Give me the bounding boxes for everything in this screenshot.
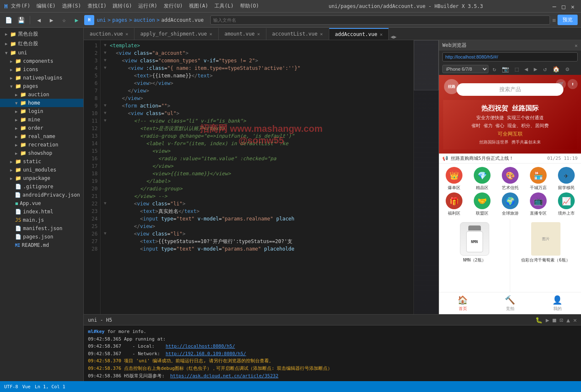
sidebar-item-uni-modules[interactable]: ▶ 📁 uni_modules bbox=[0, 166, 83, 174]
sidebar-item-recreation[interactable]: ▶ 📁 recreation bbox=[0, 141, 83, 149]
forward-button[interactable]: ▶ bbox=[46, 15, 57, 25]
terminal-up-icon[interactable]: ▲ bbox=[566, 317, 570, 323]
sidebar-item-index-html[interactable]: 📄 index.html bbox=[0, 208, 83, 216]
fold-icon[interactable]: ▼ bbox=[104, 230, 110, 236]
category-qiancheng[interactable]: 🏪 千城万店 bbox=[525, 167, 551, 191]
fold-icon[interactable]: ▼ bbox=[104, 42, 110, 48]
save-button[interactable]: 💾 bbox=[16, 15, 26, 25]
maximize-button[interactable]: □ bbox=[562, 3, 568, 9]
sidebar-item-android-privacy[interactable]: 📄 androidPrivacy.json bbox=[0, 191, 83, 199]
screenshot-icon[interactable]: 📷 bbox=[500, 65, 511, 73]
device-selector[interactable]: iPhone 6/7/8 iPhone X Pixel 2 bbox=[442, 65, 488, 73]
sidebar-item-app-vue[interactable]: ◼ App.vue bbox=[0, 199, 83, 208]
reload-icon[interactable]: ↺ bbox=[542, 65, 548, 73]
open-external-icon[interactable]: ⬚ bbox=[513, 65, 520, 73]
minimap[interactable] bbox=[413, 40, 439, 314]
category-travel[interactable]: 🌍 全球旅游 bbox=[497, 192, 523, 216]
fold-icon[interactable]: ▼ bbox=[104, 117, 110, 123]
terminal-stop-icon[interactable]: ■ bbox=[553, 317, 556, 323]
refresh-icon[interactable]: ↻ bbox=[491, 65, 498, 73]
breadcrumb-auction[interactable]: auction bbox=[134, 17, 155, 23]
category-study-abroad[interactable]: ✈ 留学移民 bbox=[553, 167, 579, 191]
forward-nav-icon[interactable]: ▶ bbox=[532, 65, 539, 73]
sidebar-item-manifest-json[interactable]: 📄 manifest.json bbox=[0, 224, 83, 233]
fold-icon[interactable]: ▼ bbox=[104, 102, 110, 108]
tab-apply-vue[interactable]: apply_for_shipment.vue ✕ bbox=[134, 28, 219, 40]
inspect-icon[interactable]: ⚙ bbox=[564, 65, 571, 73]
terminal-body[interactable]: ml#key for more info. 09:42:58.365 App r… bbox=[84, 325, 581, 381]
code-editor[interactable]: 招商网 www.mashangw.com @somw55 12345 67891… bbox=[84, 40, 439, 314]
file-search-input[interactable] bbox=[210, 15, 550, 25]
tab-accountlist-vue[interactable]: accountList.vue ✕ bbox=[266, 28, 329, 40]
article-link[interactable]: https://ask.dcloud.net.cn/article/35232 bbox=[170, 373, 278, 379]
sidebar-item-icons[interactable]: ▶ 📁 icons bbox=[0, 65, 83, 74]
browser-close-button[interactable]: ✕ bbox=[575, 43, 578, 49]
sidebar-item-login[interactable]: ▶ 📁 login bbox=[0, 107, 83, 115]
terminal-clear-icon[interactable]: ⊡ bbox=[560, 317, 563, 323]
url-input[interactable] bbox=[442, 52, 578, 61]
menu-run[interactable]: 运行(R) bbox=[138, 3, 158, 10]
sidebar-item-home[interactable]: ▼ 📁 home bbox=[0, 99, 83, 107]
menu-view[interactable]: 视图(A) bbox=[189, 3, 208, 10]
run-button[interactable]: ▶ bbox=[72, 15, 82, 25]
tabs-nav-button[interactable]: ◀▶ bbox=[389, 34, 398, 40]
fold-icon[interactable]: ▼ bbox=[104, 57, 110, 63]
sidebar-item-mine[interactable]: ▶ 📁 mine bbox=[0, 115, 83, 124]
new-file-button[interactable]: 📄 bbox=[3, 15, 13, 25]
menu-publish[interactable]: 发行(U) bbox=[164, 3, 183, 10]
sidebar-item-components[interactable]: ▶ 📁 components bbox=[0, 57, 83, 65]
sidebar-item-pages-json[interactable]: 📄 pages.json bbox=[0, 233, 83, 241]
terminal-close-icon[interactable]: ✕ bbox=[573, 317, 577, 323]
tab-amount-vue[interactable]: amount.vue ✕ bbox=[219, 28, 266, 40]
product-nmn[interactable]: NMN NMN（2瓶） bbox=[439, 220, 510, 292]
sidebar-item-auction[interactable]: ▶ 📁 auction bbox=[0, 90, 83, 99]
menu-file[interactable]: 文件(F) bbox=[11, 3, 30, 10]
tab-close-icon[interactable]: ✕ bbox=[209, 31, 212, 37]
sidebar-item-gitignore[interactable]: 📄 .gitignore bbox=[0, 182, 83, 191]
search-bar[interactable]: 搜索产品 bbox=[457, 83, 563, 96]
network-link[interactable]: http://192.168.0.109:8080/h5/ bbox=[165, 351, 246, 356]
code-content[interactable]: ▼ <template> ▼ <view class="a_account"> … bbox=[101, 40, 413, 314]
category-fuliqu[interactable]: 🎁 福利区 bbox=[441, 192, 467, 216]
category-lianmengqu[interactable]: 🤝 联盟区 bbox=[469, 192, 495, 216]
preview-button[interactable]: 预览 bbox=[558, 15, 578, 25]
fold-icon[interactable]: ▼ bbox=[104, 49, 110, 56]
fold-icon[interactable]: ▼ bbox=[104, 64, 110, 71]
menu-find[interactable]: 查找(I) bbox=[88, 3, 107, 10]
sidebar-item-real-name[interactable]: ▶ 📁 real_name bbox=[0, 132, 83, 141]
tab-addaccount-vue[interactable]: addAccount.vue ✕ bbox=[329, 28, 389, 40]
back-button[interactable]: ◀ bbox=[34, 15, 44, 25]
category-artrust[interactable]: 🎨 艺术信托 bbox=[497, 167, 523, 191]
category-overseas[interactable]: 📈 境外上市 bbox=[553, 192, 579, 216]
nav-mine[interactable]: 👤 我的 bbox=[534, 295, 581, 312]
terminal-play-icon[interactable]: ▶ bbox=[546, 317, 549, 323]
product-other[interactable]: 图片 伯彩台湾千葡萄素（6瓶） bbox=[510, 220, 581, 292]
tab-close-icon[interactable]: ✕ bbox=[380, 32, 383, 37]
fold-icon[interactable]: ▼ bbox=[104, 200, 110, 206]
breadcrumb-uni[interactable]: uni bbox=[97, 17, 106, 23]
back-nav-icon[interactable]: ◀ bbox=[523, 65, 529, 73]
sidebar-item-nativeplugins[interactable]: ▶ 📁 nativeplugins bbox=[0, 74, 83, 82]
tab-close-icon[interactable]: ✕ bbox=[320, 31, 323, 37]
sidebar-item-order[interactable]: ▶ 📁 order bbox=[0, 124, 83, 132]
sidebar-item-main-js[interactable]: JS main.js bbox=[0, 216, 83, 224]
nav-home[interactable]: 🏠 首页 bbox=[439, 295, 486, 312]
nav-auction[interactable]: 🔨 竞拍 bbox=[486, 295, 534, 312]
menu-goto[interactable]: 跳转(G) bbox=[113, 3, 132, 10]
menu-select[interactable]: 选择(S) bbox=[62, 3, 81, 10]
terminal-debug-icon[interactable]: 🐛 bbox=[535, 317, 542, 323]
sidebar-item-readme[interactable]: MI README.md bbox=[0, 241, 83, 249]
menu-edit[interactable]: 编辑(E) bbox=[36, 3, 56, 10]
local-link[interactable]: http://localhost:8080/h5/ bbox=[165, 343, 235, 349]
sidebar-item-showshop[interactable]: ▶ 📁 showshop bbox=[0, 149, 83, 157]
category-jingjingqu[interactable]: 💎 精晶区 bbox=[469, 167, 495, 191]
menu-tools[interactable]: 工具(L) bbox=[214, 3, 234, 10]
home-nav-icon[interactable]: 🏠 bbox=[551, 65, 561, 73]
fold-icon[interactable]: ▼ bbox=[104, 110, 110, 116]
breadcrumb-pages[interactable]: pages bbox=[112, 17, 127, 23]
minimize-button[interactable]: ─ bbox=[553, 3, 558, 9]
category-live[interactable]: 📺 直播专区 bbox=[525, 192, 551, 216]
tab-close-icon[interactable]: ✕ bbox=[125, 31, 128, 37]
sidebar-item-unpackage[interactable]: ▶ 📁 unpackage bbox=[0, 174, 83, 182]
sidebar-item-black-stage[interactable]: ▶ 📁 黑色台股 bbox=[0, 29, 83, 39]
